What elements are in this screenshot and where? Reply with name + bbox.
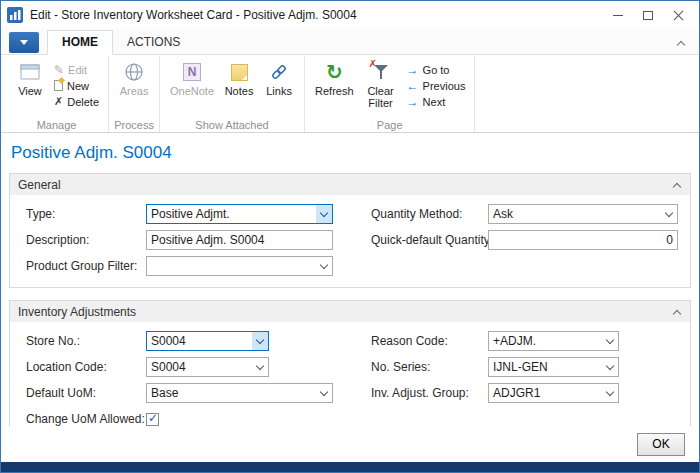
view-button[interactable]: View — [11, 58, 49, 97]
default-uom-dropdown-button[interactable] — [316, 384, 332, 402]
close-icon — [673, 10, 684, 21]
minimize-button[interactable] — [603, 4, 633, 26]
edit-icon: ✎ — [54, 63, 64, 77]
section-general: General Type: Positive Adjmt. Quantity M… — [9, 173, 691, 288]
clear-filter-button[interactable]: ✗ Clear Filter — [360, 58, 402, 109]
collapse-section-icon — [673, 183, 681, 191]
chevron-down-icon — [665, 208, 673, 216]
section-inventory-adjustments-header[interactable]: Inventory Adjustments — [10, 301, 690, 322]
inv-adjust-group-label: Inv. Adjust. Group: — [371, 386, 488, 400]
chevron-down-icon — [606, 335, 614, 343]
location-code-label: Location Code: — [26, 360, 146, 374]
view-icon — [20, 61, 40, 83]
form-row: Type: Positive Adjmt. Quantity Method: A… — [10, 201, 690, 227]
product-group-filter-field[interactable] — [146, 256, 333, 276]
refresh-button[interactable]: ↻ Refresh — [311, 58, 358, 97]
chevron-down-icon — [320, 208, 328, 216]
goto-button-label: Go to — [423, 64, 450, 76]
description-value: Positive Adjm. S0004 — [147, 231, 332, 249]
view-button-label: View — [18, 85, 42, 97]
chevron-down-icon — [256, 335, 264, 343]
notes-button[interactable]: Notes — [220, 58, 258, 97]
new-button[interactable]: New — [51, 78, 102, 93]
location-code-dropdown-button[interactable] — [252, 358, 268, 376]
location-code-value: S0004 — [147, 358, 252, 376]
previous-button[interactable]: ← Previous — [404, 78, 469, 93]
change-uom-allowed-label: Change UoM Allowed: — [26, 412, 146, 426]
store-no-dropdown-button[interactable] — [252, 332, 268, 350]
inv-adjust-group-dropdown-button[interactable] — [602, 384, 618, 402]
change-uom-allowed-checkbox[interactable]: ✓ — [146, 413, 159, 426]
group-label-show-attached: Show Attached — [160, 119, 304, 131]
links-button-label: Links — [266, 85, 292, 97]
store-no-field[interactable]: S0004 — [146, 331, 269, 351]
reason-code-label: Reason Code: — [371, 334, 488, 348]
links-icon — [270, 61, 288, 83]
chevron-down-icon — [606, 387, 614, 395]
delete-button-label: Delete — [67, 96, 99, 108]
delete-button[interactable]: ✗ Delete — [51, 94, 102, 109]
product-group-filter-dropdown-button[interactable] — [316, 257, 332, 275]
no-series-value: IJNL-GEN — [489, 358, 602, 376]
edit-button-label: Edit — [68, 64, 87, 76]
store-no-value: S0004 — [147, 332, 252, 350]
application-menu-button[interactable] — [9, 32, 39, 53]
type-label: Type: — [26, 207, 146, 221]
tab-actions[interactable]: ACTIONS — [113, 31, 194, 54]
form-row: Description: Positive Adjm. S0004 Quick-… — [10, 227, 690, 253]
group-label-process: Process — [109, 119, 159, 131]
type-value: Positive Adjmt. — [147, 205, 316, 223]
maximize-icon — [643, 11, 653, 20]
chevron-up-icon — [677, 40, 685, 48]
goto-arrow-icon: → — [407, 63, 419, 77]
location-code-field[interactable]: S0004 — [146, 357, 269, 377]
inv-adjust-group-field[interactable]: ADJGR1 — [488, 383, 619, 403]
goto-button[interactable]: → Go to — [404, 62, 469, 77]
clear-filter-icon: ✗ — [372, 61, 390, 83]
close-button[interactable] — [663, 4, 693, 26]
page-content: Positive Adjm. S0004 General Type: Posit… — [1, 133, 699, 426]
quantity-method-dropdown-button[interactable] — [661, 205, 677, 223]
next-button[interactable]: → Next — [404, 94, 469, 109]
no-series-dropdown-button[interactable] — [602, 358, 618, 376]
quick-default-quantity-field[interactable]: 0 — [488, 230, 678, 250]
maximize-button[interactable] — [633, 4, 663, 26]
notes-icon — [231, 61, 248, 83]
reason-code-field[interactable]: +ADJM. — [488, 331, 619, 351]
footer-bar: OK — [1, 426, 699, 462]
quick-default-quantity-value: 0 — [489, 231, 677, 249]
ribbon-group-process: Areas Process — [109, 56, 160, 132]
onenote-button[interactable]: N OneNote — [166, 58, 218, 97]
edit-button[interactable]: ✎ Edit — [51, 62, 102, 77]
window-controls — [603, 4, 693, 26]
form-row: Default UoM: Base Inv. Adjust. Group: AD… — [10, 380, 690, 406]
quantity-method-field[interactable]: Ask — [488, 204, 678, 224]
no-series-field[interactable]: IJNL-GEN — [488, 357, 619, 377]
page-title: Positive Adjm. S0004 — [11, 143, 689, 163]
type-dropdown-button[interactable] — [316, 205, 332, 223]
chevron-down-icon — [606, 361, 614, 369]
tab-home[interactable]: HOME — [47, 30, 113, 55]
areas-button[interactable]: Areas — [115, 58, 153, 97]
collapse-ribbon-button[interactable] — [673, 36, 689, 50]
onenote-button-label: OneNote — [170, 85, 214, 97]
chevron-down-icon — [320, 387, 328, 395]
onenote-icon: N — [183, 61, 201, 83]
type-field[interactable]: Positive Adjmt. — [146, 204, 333, 224]
reason-code-dropdown-button[interactable] — [602, 332, 618, 350]
default-uom-field[interactable]: Base — [146, 383, 333, 403]
description-field[interactable]: Positive Adjm. S0004 — [146, 230, 333, 250]
chevron-down-icon — [256, 361, 264, 369]
section-inventory-adjustments-title: Inventory Adjustments — [18, 305, 136, 319]
status-bar — [1, 462, 699, 472]
description-label: Description: — [26, 233, 146, 247]
section-general-header[interactable]: General — [10, 174, 690, 195]
form-row: Product Group Filter: — [10, 253, 690, 279]
default-uom-label: Default UoM: — [26, 386, 146, 400]
chevron-down-icon — [20, 40, 28, 45]
inv-adjust-group-value: ADJGR1 — [489, 384, 602, 402]
links-button[interactable]: Links — [260, 58, 298, 97]
ok-button[interactable]: OK — [637, 433, 685, 456]
form-row: Location Code: S0004 No. Series: IJNL-GE… — [10, 354, 690, 380]
reason-code-value: +ADJM. — [489, 332, 602, 350]
